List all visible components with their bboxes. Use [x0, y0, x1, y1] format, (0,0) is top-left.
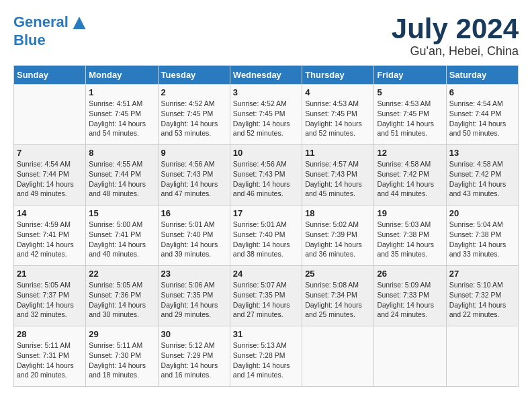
month-title: July 2024: [392, 13, 519, 44]
weekday-friday: Friday: [374, 66, 446, 85]
day-info: Sunrise: 5:05 AM Sunset: 7:37 PM Dayligh…: [17, 280, 83, 320]
day-info: Sunrise: 5:01 AM Sunset: 7:40 PM Dayligh…: [233, 220, 299, 259]
day-number: 1: [89, 87, 154, 97]
logo: GeneralBlue: [13, 13, 89, 48]
day-cell: 14Sunrise: 4:59 AM Sunset: 7:41 PM Dayli…: [14, 205, 86, 266]
weekday-monday: Monday: [86, 66, 158, 85]
day-cell: 11Sunrise: 4:57 AM Sunset: 7:43 PM Dayli…: [302, 145, 374, 205]
day-number: 11: [305, 148, 371, 158]
day-info: Sunrise: 5:00 AM Sunset: 7:41 PM Dayligh…: [89, 220, 154, 259]
day-number: 7: [17, 148, 83, 158]
day-cell: [14, 85, 86, 145]
day-info: Sunrise: 5:12 AM Sunset: 7:29 PM Dayligh…: [161, 340, 227, 380]
day-number: 31: [233, 329, 299, 339]
week-row-3: 14Sunrise: 4:59 AM Sunset: 7:41 PM Dayli…: [14, 205, 519, 266]
day-cell: 8Sunrise: 4:55 AM Sunset: 7:44 PM Daylig…: [86, 145, 158, 205]
week-row-5: 28Sunrise: 5:11 AM Sunset: 7:31 PM Dayli…: [14, 326, 519, 387]
day-number: 8: [89, 148, 154, 158]
day-cell: 7Sunrise: 4:54 AM Sunset: 7:44 PM Daylig…: [14, 145, 86, 205]
svg-marker-0: [73, 17, 86, 30]
day-info: Sunrise: 4:52 AM Sunset: 7:45 PM Dayligh…: [233, 99, 299, 138]
day-info: Sunrise: 5:05 AM Sunset: 7:36 PM Dayligh…: [89, 280, 154, 320]
day-info: Sunrise: 5:04 AM Sunset: 7:38 PM Dayligh…: [449, 220, 515, 259]
week-row-2: 7Sunrise: 4:54 AM Sunset: 7:44 PM Daylig…: [14, 145, 519, 205]
day-number: 9: [161, 148, 227, 158]
day-info: Sunrise: 5:07 AM Sunset: 7:35 PM Dayligh…: [233, 280, 299, 320]
day-info: Sunrise: 4:59 AM Sunset: 7:41 PM Dayligh…: [17, 220, 83, 259]
day-cell: 20Sunrise: 5:04 AM Sunset: 7:38 PM Dayli…: [446, 205, 518, 266]
day-info: Sunrise: 5:03 AM Sunset: 7:38 PM Dayligh…: [377, 220, 443, 259]
day-number: 18: [305, 208, 371, 218]
day-cell: [374, 326, 446, 387]
weekday-thursday: Thursday: [302, 66, 374, 85]
weekday-sunday: Sunday: [14, 66, 86, 85]
day-number: 25: [305, 269, 371, 279]
day-number: 24: [233, 269, 299, 279]
day-info: Sunrise: 5:10 AM Sunset: 7:32 PM Dayligh…: [449, 280, 515, 320]
day-cell: 12Sunrise: 4:58 AM Sunset: 7:42 PM Dayli…: [374, 145, 446, 205]
day-info: Sunrise: 5:13 AM Sunset: 7:28 PM Dayligh…: [233, 340, 299, 380]
day-cell: 28Sunrise: 5:11 AM Sunset: 7:31 PM Dayli…: [14, 326, 86, 387]
day-number: 27: [449, 269, 515, 279]
day-number: 30: [161, 329, 227, 339]
weekday-tuesday: Tuesday: [158, 66, 230, 85]
day-number: 28: [17, 329, 83, 339]
day-number: 23: [161, 269, 227, 279]
day-info: Sunrise: 5:02 AM Sunset: 7:39 PM Dayligh…: [305, 220, 371, 259]
day-cell: 26Sunrise: 5:09 AM Sunset: 7:33 PM Dayli…: [374, 266, 446, 326]
location: Gu'an, Hebei, China: [392, 44, 519, 58]
day-info: Sunrise: 4:54 AM Sunset: 7:44 PM Dayligh…: [449, 99, 515, 138]
day-number: 22: [89, 269, 154, 279]
day-cell: 21Sunrise: 5:05 AM Sunset: 7:37 PM Dayli…: [14, 266, 86, 326]
day-info: Sunrise: 4:53 AM Sunset: 7:45 PM Dayligh…: [305, 99, 371, 138]
day-cell: 9Sunrise: 4:56 AM Sunset: 7:43 PM Daylig…: [158, 145, 230, 205]
day-info: Sunrise: 5:08 AM Sunset: 7:34 PM Dayligh…: [305, 280, 371, 320]
day-info: Sunrise: 4:55 AM Sunset: 7:44 PM Dayligh…: [89, 159, 154, 199]
day-cell: 2Sunrise: 4:52 AM Sunset: 7:45 PM Daylig…: [158, 85, 230, 145]
day-number: 2: [161, 87, 227, 97]
day-cell: 6Sunrise: 4:54 AM Sunset: 7:44 PM Daylig…: [446, 85, 518, 145]
day-info: Sunrise: 5:09 AM Sunset: 7:33 PM Dayligh…: [377, 280, 443, 320]
day-number: 26: [377, 269, 443, 279]
day-number: 10: [233, 148, 299, 158]
day-cell: 5Sunrise: 4:53 AM Sunset: 7:45 PM Daylig…: [374, 85, 446, 145]
day-cell: 22Sunrise: 5:05 AM Sunset: 7:36 PM Dayli…: [86, 266, 158, 326]
page-header: GeneralBlue July 2024 Gu'an, Hebei, Chin…: [13, 13, 519, 58]
day-cell: 23Sunrise: 5:06 AM Sunset: 7:35 PM Dayli…: [158, 266, 230, 326]
day-cell: [446, 326, 518, 387]
day-cell: 19Sunrise: 5:03 AM Sunset: 7:38 PM Dayli…: [374, 205, 446, 266]
logo-icon: [70, 13, 89, 32]
day-info: Sunrise: 4:56 AM Sunset: 7:43 PM Dayligh…: [233, 159, 299, 199]
day-number: 29: [89, 329, 154, 339]
day-info: Sunrise: 4:56 AM Sunset: 7:43 PM Dayligh…: [161, 159, 227, 199]
day-cell: [302, 326, 374, 387]
day-number: 6: [449, 87, 515, 97]
day-info: Sunrise: 4:53 AM Sunset: 7:45 PM Dayligh…: [377, 99, 443, 138]
day-cell: 25Sunrise: 5:08 AM Sunset: 7:34 PM Dayli…: [302, 266, 374, 326]
day-cell: 13Sunrise: 4:58 AM Sunset: 7:42 PM Dayli…: [446, 145, 518, 205]
day-number: 5: [377, 87, 443, 97]
day-info: Sunrise: 5:01 AM Sunset: 7:40 PM Dayligh…: [161, 220, 227, 259]
day-number: 20: [449, 208, 515, 218]
week-row-4: 21Sunrise: 5:05 AM Sunset: 7:37 PM Dayli…: [14, 266, 519, 326]
day-info: Sunrise: 5:06 AM Sunset: 7:35 PM Dayligh…: [161, 280, 227, 320]
day-cell: 18Sunrise: 5:02 AM Sunset: 7:39 PM Dayli…: [302, 205, 374, 266]
day-cell: 31Sunrise: 5:13 AM Sunset: 7:28 PM Dayli…: [230, 326, 302, 387]
day-number: 19: [377, 208, 443, 218]
day-number: 12: [377, 148, 443, 158]
day-cell: 1Sunrise: 4:51 AM Sunset: 7:45 PM Daylig…: [86, 85, 158, 145]
day-info: Sunrise: 5:11 AM Sunset: 7:30 PM Dayligh…: [89, 340, 154, 380]
day-cell: 24Sunrise: 5:07 AM Sunset: 7:35 PM Dayli…: [230, 266, 302, 326]
day-cell: 15Sunrise: 5:00 AM Sunset: 7:41 PM Dayli…: [86, 205, 158, 266]
day-info: Sunrise: 4:51 AM Sunset: 7:45 PM Dayligh…: [89, 99, 154, 138]
calendar-table: SundayMondayTuesdayWednesdayThursdayFrid…: [13, 65, 519, 387]
weekday-wednesday: Wednesday: [230, 66, 302, 85]
calendar-header: SundayMondayTuesdayWednesdayThursdayFrid…: [14, 66, 519, 85]
day-number: 13: [449, 148, 515, 158]
week-row-1: 1Sunrise: 4:51 AM Sunset: 7:45 PM Daylig…: [14, 85, 519, 145]
day-number: 4: [305, 87, 371, 97]
day-cell: 27Sunrise: 5:10 AM Sunset: 7:32 PM Dayli…: [446, 266, 518, 326]
weekday-header-row: SundayMondayTuesdayWednesdayThursdayFrid…: [14, 66, 519, 85]
day-cell: 16Sunrise: 5:01 AM Sunset: 7:40 PM Dayli…: [158, 205, 230, 266]
day-cell: 4Sunrise: 4:53 AM Sunset: 7:45 PM Daylig…: [302, 85, 374, 145]
